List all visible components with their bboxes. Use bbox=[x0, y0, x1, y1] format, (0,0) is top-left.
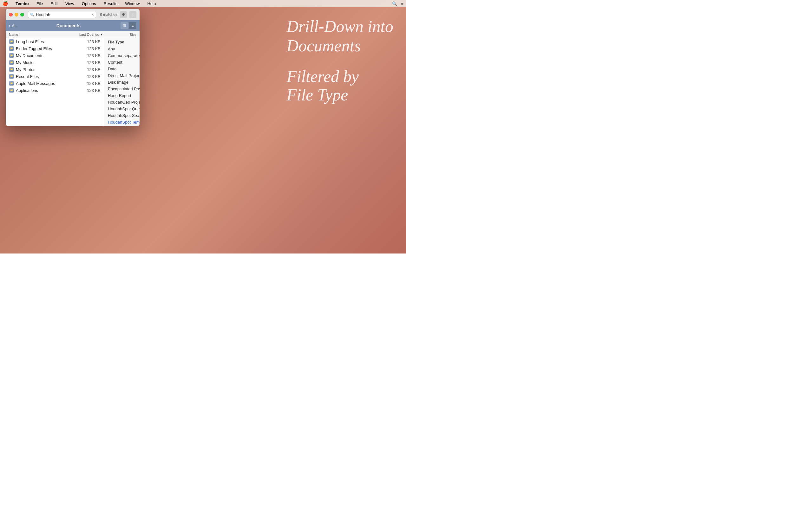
filter-item[interactable]: Encapsulated PostScript bbox=[104, 86, 140, 92]
main-window: 🔍 Houdah ✕ 8 matches ⚙ ↑ ‹ All Documents… bbox=[6, 9, 140, 126]
file-icon: 📁 bbox=[9, 60, 14, 65]
file-size: 123 KB bbox=[83, 60, 101, 65]
menubar-results[interactable]: Results bbox=[102, 1, 119, 6]
file-size: 123 KB bbox=[83, 88, 101, 93]
file-icon: 📁 bbox=[9, 88, 14, 93]
file-item[interactable]: 📁 Finder Tagged Files 123 KB bbox=[6, 45, 104, 52]
filter-item[interactable]: Hang Report bbox=[104, 92, 140, 99]
menubar-right: 🔍 ≡ bbox=[392, 1, 403, 6]
close-button[interactable] bbox=[9, 13, 13, 16]
file-icon-img: 📁 bbox=[9, 88, 14, 93]
file-name: My Documents bbox=[16, 53, 81, 58]
promo-line4: File Type bbox=[287, 86, 393, 104]
back-label: All bbox=[12, 23, 16, 28]
menubar-edit[interactable]: Edit bbox=[49, 1, 59, 6]
content-area: 📁 Long Lost Files 123 KB 📁 Finder Tagged… bbox=[6, 38, 140, 126]
filter-item[interactable]: Comma-separated Values bbox=[104, 52, 140, 59]
file-icon-img: 📁 bbox=[9, 67, 14, 72]
file-icon-img: 📁 bbox=[9, 39, 14, 44]
promo-line3: Filtered by bbox=[287, 67, 393, 86]
filter-item[interactable]: Any bbox=[104, 46, 140, 52]
search-icon: 🔍 bbox=[30, 13, 35, 17]
file-icon: 📁 bbox=[9, 74, 14, 79]
search-menubar-icon[interactable]: 🔍 bbox=[392, 1, 397, 6]
file-item[interactable]: 📁 Recent Files 123 KB bbox=[6, 73, 104, 80]
menubar: 🍎 Tembo File Edit View Options Results W… bbox=[0, 0, 406, 7]
file-size: 123 KB bbox=[83, 74, 101, 79]
file-icon-img: 📁 bbox=[9, 81, 14, 86]
size-column-header[interactable]: Size bbox=[117, 33, 136, 37]
filter-item[interactable]: Content bbox=[104, 59, 140, 66]
file-name: My Music bbox=[16, 60, 81, 65]
promo-spacer bbox=[287, 55, 393, 67]
sort-arrow-icon: ▼ bbox=[100, 33, 103, 36]
file-name: Long Lost Files bbox=[16, 39, 81, 44]
filter-item[interactable]: HoudahSpot Query bbox=[104, 106, 140, 112]
share-button[interactable]: ↑ bbox=[130, 11, 136, 18]
list-menubar-icon[interactable]: ≡ bbox=[401, 1, 403, 6]
toolbar-title: Documents bbox=[19, 23, 118, 28]
back-button[interactable]: ‹ All bbox=[9, 23, 16, 29]
file-item[interactable]: 📁 My Documents 123 KB bbox=[6, 52, 104, 59]
file-name: Applications bbox=[16, 88, 81, 93]
apple-menu[interactable]: 🍎 bbox=[3, 1, 8, 6]
minimize-button[interactable] bbox=[14, 13, 18, 16]
filter-panel: File Type AnyComma-separated ValuesConte… bbox=[104, 38, 140, 126]
promo-section: Drill-Down into Documents Filtered by Fi… bbox=[287, 17, 393, 104]
file-icon-img: 📁 bbox=[9, 60, 14, 65]
file-name: Finder Tagged Files bbox=[16, 46, 81, 51]
name-column-header[interactable]: Name bbox=[9, 33, 79, 37]
file-icon: 📁 bbox=[9, 46, 14, 51]
filter-header: File Type bbox=[104, 38, 140, 46]
file-icon: 📁 bbox=[9, 53, 14, 58]
filter-item[interactable]: Disk Image bbox=[104, 79, 140, 86]
filter-item[interactable]: HoudahSpot Template bbox=[104, 119, 140, 125]
filter-item[interactable]: Direct Mail Project File bbox=[104, 72, 140, 79]
file-icon-img: 📁 bbox=[9, 53, 14, 58]
search-query: Houdah bbox=[36, 12, 90, 17]
view-toggle: ⊞ ≡ bbox=[120, 22, 136, 29]
back-chevron-icon: ‹ bbox=[9, 23, 10, 29]
file-item[interactable]: 📁 Long Lost Files 123 KB bbox=[6, 38, 104, 45]
file-item[interactable]: 📁 My Photos 123 KB bbox=[6, 66, 104, 73]
file-size: 123 KB bbox=[83, 53, 101, 58]
filter-item[interactable]: HoudahSpot Search bbox=[104, 112, 140, 119]
titlebar: 🔍 Houdah ✕ 8 matches ⚙ ↑ bbox=[6, 9, 140, 20]
file-size: 123 KB bbox=[83, 67, 101, 72]
file-size: 123 KB bbox=[83, 46, 101, 51]
maximize-button[interactable] bbox=[20, 13, 24, 16]
date-column-header[interactable]: Last Opened ▼ bbox=[79, 33, 117, 37]
menubar-options[interactable]: Options bbox=[81, 1, 97, 6]
file-name: My Photos bbox=[16, 67, 81, 72]
file-icon: 📁 bbox=[9, 39, 14, 44]
grid-view-button[interactable]: ⊞ bbox=[120, 22, 128, 29]
menubar-tembo[interactable]: Tembo bbox=[14, 1, 30, 6]
file-size: 123 KB bbox=[83, 39, 101, 44]
promo-line1: Drill-Down into bbox=[287, 17, 393, 36]
traffic-lights bbox=[9, 13, 24, 16]
file-name: Apple Mail Messages bbox=[16, 81, 81, 86]
file-name: Recent Files bbox=[16, 74, 81, 79]
menubar-window[interactable]: Window bbox=[124, 1, 141, 6]
file-icon-img: 📁 bbox=[9, 74, 14, 78]
column-headers: Name Last Opened ▼ Size bbox=[6, 31, 140, 38]
list-view-button[interactable]: ≡ bbox=[129, 22, 136, 29]
file-icon-img: 📁 bbox=[9, 46, 14, 51]
filter-item[interactable]: Data bbox=[104, 66, 140, 72]
file-item[interactable]: 📁 My Music 123 KB bbox=[6, 59, 104, 66]
menubar-file[interactable]: File bbox=[35, 1, 44, 6]
search-clear-button[interactable]: ✕ bbox=[91, 13, 94, 16]
file-icon: 📁 bbox=[9, 67, 14, 72]
search-bar[interactable]: 🔍 Houdah ✕ bbox=[28, 11, 96, 18]
file-item[interactable]: 📁 Applications 123 KB bbox=[6, 87, 104, 94]
file-item[interactable]: 📁 Apple Mail Messages 123 KB bbox=[6, 80, 104, 87]
menubar-view[interactable]: View bbox=[64, 1, 75, 6]
toolbar: ‹ All Documents ⊞ ≡ bbox=[6, 20, 140, 31]
matches-count: 8 matches bbox=[100, 12, 117, 17]
gear-button[interactable]: ⚙ bbox=[120, 11, 127, 18]
file-list: 📁 Long Lost Files 123 KB 📁 Finder Tagged… bbox=[6, 38, 104, 126]
file-size: 123 KB bbox=[83, 81, 101, 86]
menubar-help[interactable]: Help bbox=[146, 1, 157, 6]
filter-item[interactable]: HTML Text bbox=[104, 125, 140, 126]
filter-item[interactable]: HoudahGeo Project bbox=[104, 99, 140, 106]
